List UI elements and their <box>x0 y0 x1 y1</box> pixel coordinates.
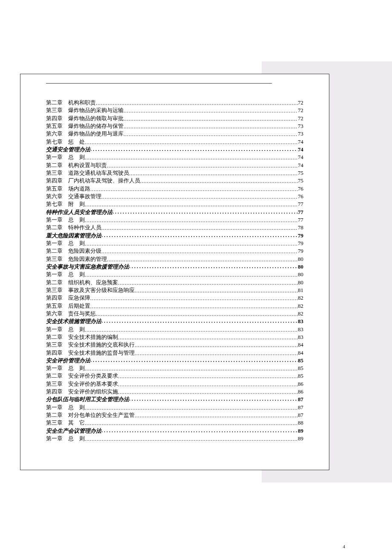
toc-entry: 第二章 危险因素分级..............................… <box>46 247 303 255</box>
toc-entry-label: 第五章 爆炸物品的储存与保管 <box>46 122 124 130</box>
toc-entry: 第五章 后期处置................................… <box>46 302 303 310</box>
toc-entry-label: 分包队伍与临时用工安全管理办法 <box>46 396 129 403</box>
toc-leader-dots: ........................................… <box>85 272 298 279</box>
toc-leader-dots: ........................................… <box>85 139 298 146</box>
toc-entry-label: 第七章 附 则 <box>46 200 85 208</box>
toc-entry-page: 74 <box>298 153 303 161</box>
toc-entry-label: 第三章 道路交通机动车及驾驶员 <box>46 169 129 177</box>
toc-entry: 重大危险因素管理办法..............................… <box>46 232 303 240</box>
toc-leader-dots: ........................................… <box>124 131 298 138</box>
toc-entry: 第三章 安全技术措施的交底和执行........................… <box>46 341 303 349</box>
toc-leader-dots: ........................................… <box>135 287 298 295</box>
toc-entry-page: 72 <box>298 107 303 114</box>
toc-leader-dots: ........................................… <box>118 280 298 287</box>
toc-entry-label: 安全生产会议管理办法 <box>46 427 101 435</box>
toc-entry-label: 第三章 爆炸物品的采购与运输 <box>46 107 124 114</box>
toc-leader-dots: ........................................… <box>118 373 298 380</box>
toc-entry: 第四章 爆炸物品的领取与审批..........................… <box>46 115 303 122</box>
toc-leader-dots: ........................................… <box>118 334 298 341</box>
toc-entry-page: 76 <box>298 193 303 200</box>
toc-entry-page: 80 <box>298 263 303 271</box>
toc-entry-label: 第二章 安全技术措施的编制 <box>46 333 118 341</box>
toc-entry: 第一章 总 则.................................… <box>46 240 303 247</box>
toc-entry: 安全技术措施管理办法..............................… <box>46 318 303 325</box>
toc-entry: 第二章 特种作业人员..............................… <box>46 224 303 231</box>
toc-entry: 分包队伍与临时用工安全管理办法.........................… <box>46 396 303 403</box>
toc-leader-dots: ........................................… <box>96 311 298 318</box>
toc-entry-label: 第一章 总 则 <box>46 216 85 224</box>
toc-entry-label: 第一章 总 则 <box>46 364 85 372</box>
toc-leader-dots: ........................................… <box>85 240 298 248</box>
toc-entry-page: 89 <box>298 435 303 442</box>
toc-entry: 第四章 厂内机动车及驾驶、操作人员.......................… <box>46 177 303 185</box>
toc-leader-dots: ........................................… <box>101 248 298 255</box>
toc-entry-label: 第二章 特种作业人员 <box>46 224 101 231</box>
toc-entry-page: 77 <box>298 216 303 224</box>
toc-entry-page: 85 <box>298 372 303 380</box>
toc-entry: 第二章 组织机构、应急预案...........................… <box>46 279 303 286</box>
toc-entry: 第一章 总 则.................................… <box>46 404 303 411</box>
toc-entry: 第三章 事故及灾害分级和应急响应........................… <box>46 286 303 294</box>
toc-leader-dots: ........................................… <box>135 350 298 357</box>
toc-entry: 第三章 爆炸物品的采购与运输..........................… <box>46 107 303 114</box>
toc-entry-label: 第一章 总 则 <box>46 153 85 161</box>
toc-leader-dots: ........................................… <box>129 263 298 270</box>
toc-leader-dots: ........................................… <box>90 186 298 193</box>
toc-content: 第二章 机构和职责...............................… <box>46 83 303 442</box>
toc-entry: 第四章 安全评价的组织实施...........................… <box>46 388 303 396</box>
toc-entry-page: 86 <box>298 380 303 388</box>
toc-entry: 第四章 安全技术措施的监督与管理........................… <box>46 349 303 357</box>
toc-entry: 第六章 责任与奖惩...............................… <box>46 310 303 318</box>
toc-entry-label: 第六章 责任与奖惩 <box>46 310 96 318</box>
header-underline <box>46 83 272 84</box>
toc-entry-label: 第四章 爆炸物品的领取与审批 <box>46 115 124 122</box>
toc-leader-dots: ........................................… <box>85 436 298 443</box>
toc-entry-page: 82 <box>298 294 303 302</box>
toc-leader-dots: ........................................… <box>90 146 298 153</box>
toc-leader-dots: ........................................… <box>85 217 298 224</box>
toc-entry-label: 安全事故与灾害应急救援管理办法 <box>46 263 129 271</box>
toc-entry-label: 第四章 应急保障 <box>46 294 90 302</box>
toc-entry-label: 安全评价管理办法 <box>46 357 90 364</box>
toc-entry-page: 83 <box>298 333 303 341</box>
toc-leader-dots: ........................................… <box>124 123 298 130</box>
toc-entry-page: 80 <box>298 271 303 278</box>
toc-leader-dots: ........................................… <box>85 201 298 208</box>
toc-entry: 第一章 总 则.................................… <box>46 153 303 161</box>
toc-entry-label: 第二章 安全评价分类及要求 <box>46 372 118 380</box>
toc-entry-label: 第一章 总 则 <box>46 240 85 247</box>
toc-entry: 第五章 爆炸物品的储存与保管..........................… <box>46 122 303 130</box>
toc-entry-page: 79 <box>298 247 303 255</box>
toc-entry-label: 第五章 场内道路 <box>46 185 90 193</box>
toc-entry-page: 77 <box>298 208 303 216</box>
toc-entry-page: 73 <box>298 122 303 130</box>
toc-entry-page: 74 <box>298 162 303 169</box>
toc-leader-dots: ........................................… <box>129 396 298 403</box>
toc-entry: 安全事故与灾害应急救援管理办法.........................… <box>46 263 303 271</box>
toc-entry: 第一章 总 则.................................… <box>46 435 303 442</box>
toc-entry-page: 78 <box>298 224 303 231</box>
toc-leader-dots: ........................................… <box>107 256 298 263</box>
toc-entry-page: 81 <box>298 286 303 294</box>
toc-entry-page: 79 <box>298 240 303 247</box>
toc-entry-label: 第六章 交通事故管理 <box>46 193 101 200</box>
toc-entry: 第四章 应急保障................................… <box>46 294 303 302</box>
toc-leader-dots: ........................................… <box>90 295 298 302</box>
toc-entry-page: 84 <box>298 349 303 357</box>
toc-leader-dots: ........................................… <box>90 357 298 364</box>
toc-entry-label: 第三章 事故及灾害分级和应急响应 <box>46 286 135 294</box>
toc-entry-page: 87 <box>298 411 303 419</box>
toc-leader-dots: ........................................… <box>101 194 298 201</box>
toc-leader-dots: ........................................… <box>85 420 298 427</box>
toc-entry: 第二章 安全技术措施的编制...........................… <box>46 333 303 341</box>
toc-entry-page: 82 <box>298 302 303 310</box>
toc-entry-page: 75 <box>298 177 303 185</box>
toc-leader-dots: ........................................… <box>85 154 298 162</box>
toc-leader-dots: ........................................… <box>140 178 298 185</box>
toc-entry-page: 80 <box>298 279 303 286</box>
toc-entry: 特种作业人员安全管理办法............................… <box>46 208 303 216</box>
toc-entry: 第三章 危险因素的管理.............................… <box>46 255 303 263</box>
toc-entry-label: 第二章 机构和职责 <box>46 99 96 107</box>
toc-leader-dots: ........................................… <box>118 381 298 388</box>
toc-entry-page: 82 <box>298 310 303 318</box>
